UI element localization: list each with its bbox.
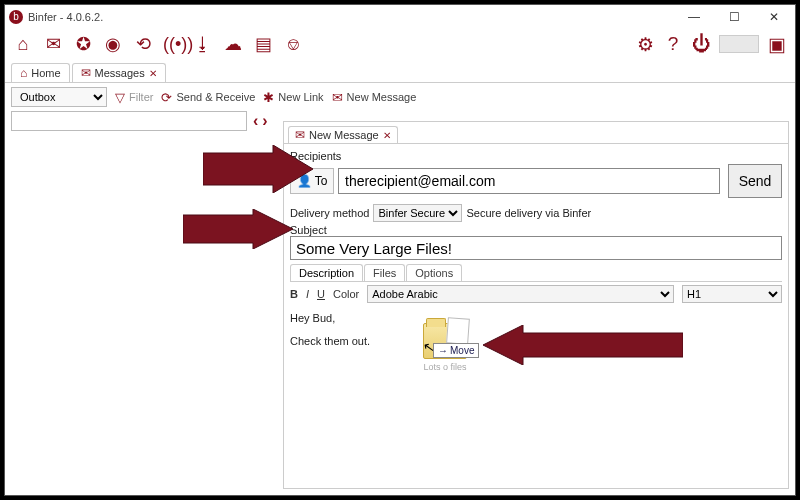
mail-tab-icon: ✉ (81, 66, 91, 80)
heading-select[interactable]: H1 (682, 285, 782, 303)
italic-button[interactable]: I (306, 288, 309, 300)
delivery-method-select[interactable]: Binfer Secure (373, 204, 462, 222)
move-arrow-icon: → (438, 345, 448, 356)
compose-icon: ✉ (332, 90, 343, 105)
delivery-method-label: Delivery method (290, 207, 369, 219)
filter-icon: ▽ (115, 90, 125, 105)
link-icon: ✱ (263, 90, 274, 105)
folder-caption: Lots o files (415, 362, 475, 372)
sync-icon[interactable]: ⟲ (133, 33, 153, 55)
composer-tab[interactable]: ✉ New Message ✕ (288, 126, 398, 143)
font-select[interactable]: Adobe Arabic (367, 285, 674, 303)
sliders-icon[interactable]: ⎊ (283, 34, 303, 55)
svg-marker-1 (183, 209, 293, 249)
close-tab-icon[interactable]: ✕ (149, 68, 157, 79)
app-icon: b (9, 10, 23, 24)
composer-pane: ✉ New Message ✕ Recipients 👤 To Send Del… (283, 121, 789, 489)
annotation-arrow-1 (203, 145, 313, 193)
send-button[interactable]: Send (728, 164, 782, 198)
new-message-label: New Message (347, 91, 417, 103)
tab-files[interactable]: Files (364, 264, 405, 281)
mailbox-select[interactable]: Outbox (11, 87, 107, 107)
tab-home[interactable]: ⌂ Home (11, 63, 70, 82)
composer-tab-label: New Message (309, 129, 379, 141)
tab-options[interactable]: Options (406, 264, 462, 281)
filter-button[interactable]: ▽ Filter (115, 90, 153, 105)
account-icon[interactable]: ▣ (767, 33, 787, 56)
recipients-label: Recipients (290, 150, 782, 162)
svg-marker-0 (203, 145, 313, 193)
power-icon[interactable]: ⏻ (691, 33, 711, 55)
underline-button[interactable]: U (317, 288, 325, 300)
sync-small-icon: ⟳ (161, 90, 172, 105)
help-icon[interactable]: ? (663, 33, 683, 55)
chat-icon[interactable]: ✪ (73, 33, 93, 55)
broadcast-icon[interactable]: ((•)) (163, 34, 183, 55)
search-input[interactable] (11, 111, 247, 131)
move-tooltip-label: Move (450, 345, 474, 356)
new-link-label: New Link (278, 91, 323, 103)
status-slot (719, 35, 759, 53)
subject-field[interactable] (290, 236, 782, 260)
new-link-button[interactable]: ✱ New Link (263, 90, 323, 105)
send-receive-button[interactable]: ⟳ Send & Receive (161, 90, 255, 105)
subject-label: Subject (290, 224, 782, 236)
close-composer-icon[interactable]: ✕ (383, 130, 391, 141)
svg-marker-2 (483, 325, 683, 365)
cloud-icon[interactable]: ☁ (223, 33, 243, 55)
grid-icon[interactable]: ▤ (253, 33, 273, 55)
prev-button[interactable]: ‹ (253, 112, 262, 129)
compose-tab-icon: ✉ (295, 128, 305, 142)
minimize-button[interactable]: — (677, 7, 711, 27)
next-button[interactable]: › (262, 112, 271, 129)
bold-button[interactable]: B (290, 288, 298, 300)
color-button[interactable]: Color (333, 288, 359, 300)
tab-home-label: Home (31, 67, 60, 79)
move-tooltip: → Move (433, 343, 479, 358)
send-receive-label: Send & Receive (176, 91, 255, 103)
new-message-button[interactable]: ✉ New Message (332, 90, 417, 105)
tab-messages-label: Messages (95, 67, 145, 79)
gear-icon[interactable]: ⚙ (635, 33, 655, 56)
tab-messages[interactable]: ✉ Messages ✕ (72, 63, 166, 82)
annotation-arrow-2 (183, 209, 293, 249)
filter-label: Filter (129, 91, 153, 103)
home-tab-icon: ⌂ (20, 66, 27, 80)
window-title: Binfer - 4.0.6.2. (28, 11, 103, 23)
download-icon[interactable]: ⭳ (193, 34, 213, 55)
delivery-method-note: Secure delivery via Binfer (466, 207, 591, 219)
maximize-button[interactable]: ☐ (717, 7, 751, 27)
contact-icon[interactable]: ◉ (103, 33, 123, 55)
mail-icon[interactable]: ✉ (43, 33, 63, 55)
tab-description[interactable]: Description (290, 264, 363, 281)
close-button[interactable]: ✕ (757, 7, 791, 27)
home-icon[interactable]: ⌂ (13, 34, 33, 55)
to-button-label: To (315, 174, 328, 188)
annotation-arrow-3 (483, 325, 683, 365)
to-field[interactable] (338, 168, 720, 194)
